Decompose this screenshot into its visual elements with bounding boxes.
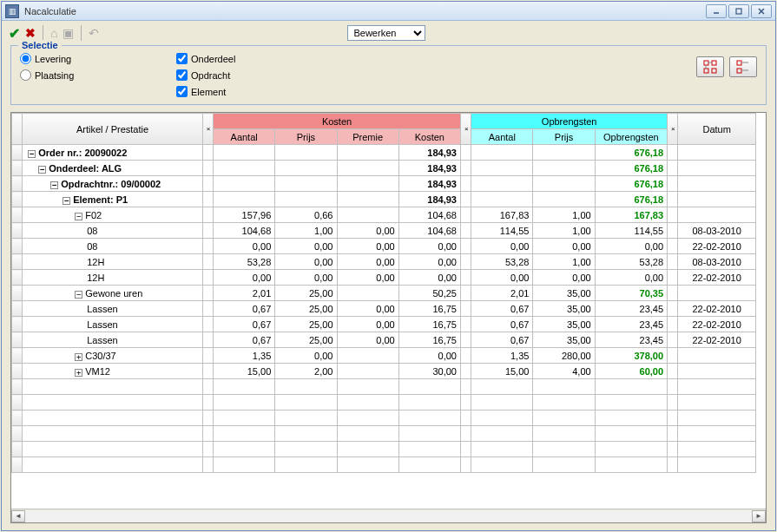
table-row[interactable]: 080,000,000,000,000,000,000,0022-02-2010 <box>12 239 756 254</box>
cell-k-prijs[interactable]: 2,00 <box>275 364 337 379</box>
cell-datum[interactable] <box>678 192 756 207</box>
cell-o-opbr[interactable]: 114,55 <box>595 223 667 239</box>
row-indicator[interactable] <box>12 145 23 161</box>
cell-k-prijs[interactable]: 0,00 <box>275 239 337 254</box>
titlebar[interactable]: ▥ Nacalculatie <box>2 2 775 21</box>
col-group-opbrengsten[interactable]: Opbrengsten <box>471 114 668 129</box>
mode-select[interactable]: Bewerken <box>347 25 425 41</box>
minimize-button[interactable] <box>706 4 727 18</box>
close-button[interactable] <box>751 4 772 18</box>
row-indicator[interactable] <box>12 207 23 223</box>
col-o-opbr[interactable]: Opbrengsten <box>595 129 667 145</box>
cell-o-aantal[interactable] <box>471 161 533 176</box>
cell-o-aantal[interactable]: 0,00 <box>471 239 533 254</box>
cell-o-opbr[interactable]: 23,45 <box>595 301 667 317</box>
row-indicator[interactable] <box>12 332 23 348</box>
cell-datum[interactable]: 22-02-2010 <box>678 301 756 317</box>
cell-o-opbr[interactable]: 676,18 <box>595 176 667 192</box>
cell-artikel[interactable]: −Order nr.: 20090022 <box>23 145 203 161</box>
grid[interactable]: Artikel / Prestatie × Kosten × Opbrengst… <box>10 112 767 523</box>
cell-k-kosten[interactable]: 30,00 <box>398 364 460 379</box>
table-row[interactable]: −Order nr.: 20090022184,93676,18 <box>12 145 756 161</box>
cell-o-aantal[interactable]: 167,83 <box>471 207 533 223</box>
cell-k-aantal[interactable] <box>214 145 275 161</box>
cell-o-opbr[interactable]: 23,45 <box>595 317 667 332</box>
table-row[interactable] <box>12 426 756 442</box>
col-k-prijs[interactable]: Prijs <box>275 129 337 145</box>
cell-o-prijs[interactable]: 0,00 <box>533 270 595 286</box>
cell-k-kosten[interactable]: 50,25 <box>398 286 460 301</box>
table-row[interactable]: −Element: P1184,93676,18 <box>12 192 756 207</box>
table-row[interactable] <box>12 395 756 410</box>
cell-artikel[interactable]: 12H <box>23 270 203 286</box>
table-row[interactable]: −F02157,960,66104,68167,831,00167,83 <box>12 207 756 223</box>
cell-o-aantal[interactable] <box>471 192 533 207</box>
cell-o-prijs[interactable] <box>533 145 595 161</box>
table-row[interactable]: +VM1215,002,0030,0015,004,0060,00 <box>12 364 756 379</box>
cell-k-kosten[interactable]: 184,93 <box>398 192 460 207</box>
cell-k-aantal[interactable]: 0,67 <box>214 332 275 348</box>
cell-k-premie[interactable]: 0,00 <box>337 301 398 317</box>
cell-artikel[interactable]: 08 <box>23 239 203 254</box>
cell-o-prijs[interactable]: 280,00 <box>533 348 595 364</box>
cell-k-aantal[interactable]: 0,67 <box>214 301 275 317</box>
cell-k-kosten[interactable]: 104,68 <box>398 207 460 223</box>
cell-o-prijs[interactable]: 35,00 <box>533 332 595 348</box>
cell-o-opbr[interactable]: 676,18 <box>595 145 667 161</box>
tree-toggle-icon[interactable]: − <box>38 166 46 174</box>
cell-artikel[interactable]: 08 <box>23 223 203 239</box>
cell-k-prijs[interactable]: 25,00 <box>275 301 337 317</box>
cell-o-opbr[interactable]: 53,28 <box>595 254 667 270</box>
cell-o-aantal[interactable] <box>471 145 533 161</box>
cell-k-aantal[interactable]: 0,00 <box>214 239 275 254</box>
cell-k-premie[interactable] <box>337 348 398 364</box>
cell-o-opbr[interactable]: 0,00 <box>595 270 667 286</box>
horizontal-scrollbar[interactable]: ◄ ► <box>11 509 766 522</box>
cell-artikel[interactable]: +VM12 <box>23 364 203 379</box>
cell-datum[interactable]: 22-02-2010 <box>678 332 756 348</box>
row-indicator[interactable] <box>12 317 23 332</box>
row-indicator[interactable] <box>12 364 23 379</box>
cell-o-opbr[interactable]: 378,00 <box>595 348 667 364</box>
col-k-aantal[interactable]: Aantal <box>214 129 275 145</box>
table-row[interactable]: 12H0,000,000,000,000,000,000,0022-02-201… <box>12 270 756 286</box>
cell-o-aantal[interactable]: 0,67 <box>471 301 533 317</box>
cell-k-premie[interactable] <box>337 364 398 379</box>
cell-datum[interactable] <box>678 286 756 301</box>
table-row[interactable]: −Opdrachtnr.: 09/00002184,93676,18 <box>12 176 756 192</box>
tree-toggle-icon[interactable]: − <box>50 181 58 189</box>
cell-k-premie[interactable] <box>337 145 398 161</box>
cell-o-aantal[interactable]: 15,00 <box>471 364 533 379</box>
cell-k-prijs[interactable]: 0,00 <box>275 270 337 286</box>
expand-tree-button[interactable] <box>696 56 724 77</box>
cell-o-aantal[interactable]: 114,55 <box>471 223 533 239</box>
cell-k-aantal[interactable]: 1,35 <box>214 348 275 364</box>
cell-k-prijs[interactable]: 25,00 <box>275 286 337 301</box>
cell-k-premie[interactable] <box>337 192 398 207</box>
cell-k-premie[interactable]: 0,00 <box>337 317 398 332</box>
cell-artikel[interactable]: 12H <box>23 254 203 270</box>
cell-o-opbr[interactable]: 676,18 <box>595 161 667 176</box>
cell-o-aantal[interactable]: 2,01 <box>471 286 533 301</box>
row-indicator[interactable] <box>12 270 23 286</box>
cell-k-prijs[interactable]: 0,00 <box>275 254 337 270</box>
cell-k-premie[interactable]: 0,00 <box>337 239 398 254</box>
cell-k-prijs[interactable]: 25,00 <box>275 332 337 348</box>
cell-artikel[interactable]: +C30/37 <box>23 348 203 364</box>
cell-o-opbr[interactable]: 23,45 <box>595 332 667 348</box>
table-row[interactable] <box>12 457 756 473</box>
cell-datum[interactable]: 22-02-2010 <box>678 317 756 332</box>
cell-k-kosten[interactable]: 0,00 <box>398 348 460 364</box>
cell-k-kosten[interactable]: 0,00 <box>398 254 460 270</box>
cell-k-prijs[interactable]: 0,00 <box>275 348 337 364</box>
col-o-aantal[interactable]: Aantal <box>471 129 533 145</box>
tree-toggle-icon[interactable]: − <box>28 150 36 158</box>
tree-toggle-icon[interactable]: + <box>75 369 82 377</box>
cell-o-prijs[interactable] <box>533 161 595 176</box>
check-element[interactable]: Element <box>176 86 350 97</box>
cell-o-opbr[interactable]: 70,35 <box>595 286 667 301</box>
cell-datum[interactable]: 08-03-2010 <box>678 254 756 270</box>
ok-button[interactable]: ✔ <box>9 25 20 42</box>
row-indicator[interactable] <box>12 348 23 364</box>
cell-o-prijs[interactable]: 35,00 <box>533 286 595 301</box>
